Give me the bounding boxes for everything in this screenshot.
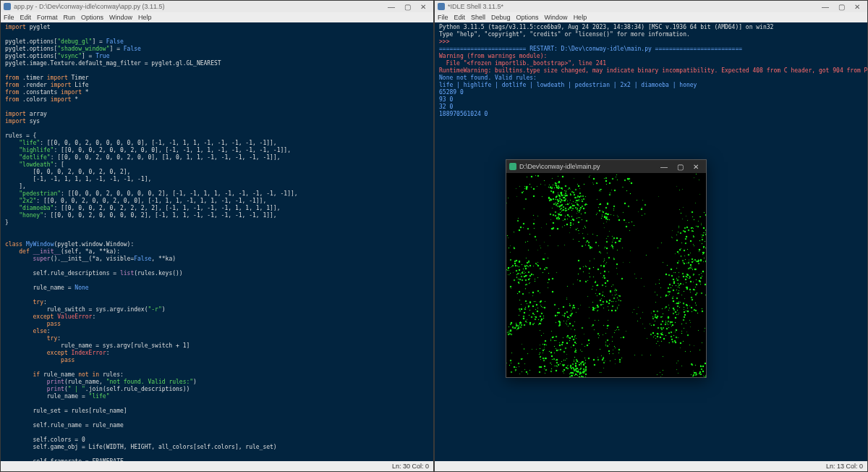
editor-cursor-position: Ln: 30 Col: 0 bbox=[392, 463, 429, 470]
maximize-button[interactable]: ▢ bbox=[673, 162, 687, 171]
close-button[interactable]: ✕ bbox=[689, 162, 703, 171]
editor-titlebar[interactable]: app.py - D:\Dev\conway-idle\conway\app.p… bbox=[1, 1, 433, 12]
menu-options[interactable]: Options bbox=[81, 14, 103, 21]
conway-titlebar[interactable]: D:\Dev\conway-idle\main.py — ▢ ✕ bbox=[506, 160, 706, 173]
python-icon bbox=[509, 163, 516, 170]
menu-window[interactable]: Window bbox=[109, 14, 132, 21]
editor-statusbar: Ln: 30 Col: 0 bbox=[1, 461, 433, 471]
menu-edit[interactable]: Edit bbox=[454, 14, 466, 21]
menu-run[interactable]: Run bbox=[64, 14, 76, 21]
conway-canvas bbox=[506, 173, 706, 377]
menu-window[interactable]: Window bbox=[545, 14, 568, 21]
shell-cursor-position: Ln: 13 Col: 0 bbox=[826, 463, 863, 470]
shell-statusbar: Ln: 13 Col: 0 bbox=[435, 461, 867, 471]
editor-menubar: FileEditFormatRunOptionsWindowHelp bbox=[1, 12, 433, 22]
editor-window: app.py - D:\Dev\conway-idle\conway\app.p… bbox=[0, 0, 434, 472]
menu-shell[interactable]: Shell bbox=[471, 14, 485, 21]
close-button[interactable]: ✕ bbox=[416, 2, 430, 11]
menu-help[interactable]: Help bbox=[138, 14, 152, 21]
minimize-button[interactable]: — bbox=[657, 162, 671, 171]
minimize-button[interactable]: — bbox=[818, 2, 833, 11]
menu-options[interactable]: Options bbox=[516, 14, 539, 21]
conway-title: D:\Dev\conway-idle\main.py bbox=[519, 163, 600, 170]
editor-window-controls: — ▢ ✕ bbox=[384, 2, 430, 11]
shell-output[interactable]: Python 3.11.5 (tags/v3.11.5:cce6ba9, Aug… bbox=[439, 24, 863, 118]
editor-code-area[interactable]: import pyglet pyglet.options["debug_gl"]… bbox=[1, 22, 433, 461]
menu-edit[interactable]: Edit bbox=[20, 14, 32, 21]
desktop: app.py - D:\Dev\conway-idle\conway\app.p… bbox=[0, 0, 868, 472]
menu-file[interactable]: File bbox=[4, 14, 14, 21]
python-icon bbox=[4, 3, 11, 10]
conway-simulation-window[interactable]: D:\Dev\conway-idle\main.py — ▢ ✕ bbox=[506, 159, 707, 378]
shell-window-controls: — ▢ ✕ bbox=[818, 2, 864, 11]
maximize-button[interactable]: ▢ bbox=[400, 2, 414, 11]
menu-file[interactable]: File bbox=[438, 14, 448, 21]
editor-title: app.py - D:\Dev\conway-idle\conway\app.p… bbox=[14, 3, 165, 10]
close-button[interactable]: ✕ bbox=[850, 2, 864, 11]
minimize-button[interactable]: — bbox=[384, 2, 399, 11]
shell-title: *IDLE Shell 3.11.5* bbox=[448, 3, 503, 10]
conway-window-controls: — ▢ ✕ bbox=[657, 162, 703, 171]
menu-format[interactable]: Format bbox=[37, 14, 58, 21]
shell-menubar: FileEditShellDebugOptionsWindowHelp bbox=[435, 12, 867, 22]
menu-debug[interactable]: Debug bbox=[491, 14, 511, 21]
editor-code[interactable]: import pyglet pyglet.options["debug_gl"]… bbox=[5, 24, 429, 461]
shell-titlebar[interactable]: *IDLE Shell 3.11.5* — ▢ ✕ bbox=[435, 1, 867, 12]
menu-help[interactable]: Help bbox=[574, 14, 587, 21]
python-icon bbox=[438, 3, 445, 10]
maximize-button[interactable]: ▢ bbox=[834, 2, 848, 11]
